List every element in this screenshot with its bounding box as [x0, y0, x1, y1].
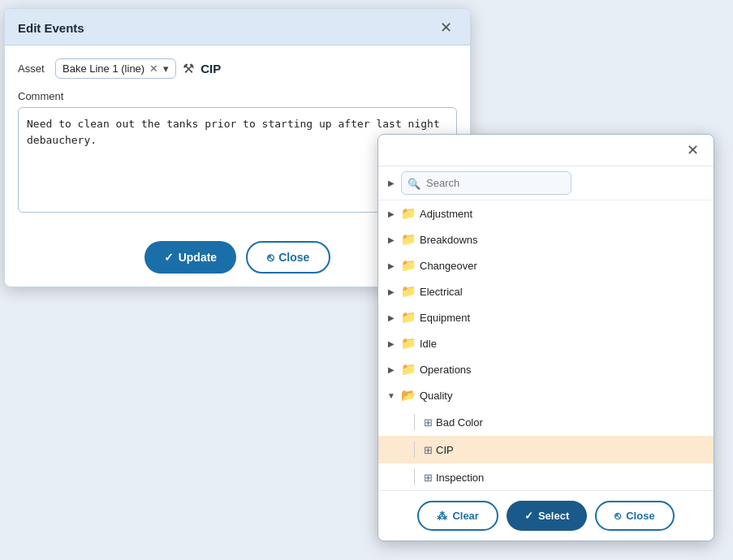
asset-select-box[interactable]: Bake Line 1 (line) ✕ ▾ — [55, 58, 176, 79]
wrench-icon: ⚒ — [183, 61, 194, 76]
cip-node-icon: ⊞ — [424, 444, 433, 456]
close-button[interactable]: ⎋ Close — [246, 241, 330, 274]
changeover-folder-icon: 📁 — [401, 258, 416, 273]
quality-expand-arrow[interactable]: ▼ — [385, 391, 398, 400]
clear-icon: ⁂ — [437, 510, 447, 522]
edit-events-title: Edit Events — [18, 21, 84, 35]
checkmark-icon: ✓ — [164, 251, 174, 264]
inspection-label: Inspection — [436, 472, 484, 484]
tree-item-breakdowns[interactable]: ▶ 📁 Breakdowns — [378, 226, 714, 252]
search-icon: 🔍 — [407, 177, 420, 189]
operations-label: Operations — [420, 364, 472, 376]
cip-connector — [414, 442, 417, 458]
tree-scroll-container: ▶ 🔍 ▶ 📁 Adjustment ▶ 📁 Breakdowns ▶ 📁 — [378, 166, 714, 490]
breakdowns-folder-icon: 📁 — [401, 232, 416, 247]
adjustment-folder-icon: 📁 — [401, 206, 416, 221]
inspection-connector — [414, 469, 417, 485]
search-wrapper: 🔍 — [401, 171, 707, 195]
update-button[interactable]: ✓ Update — [144, 241, 236, 274]
select-button[interactable]: ✓ Select — [507, 501, 587, 531]
quality-folder-icon: 📂 — [401, 388, 416, 403]
changeover-label: Changeover — [420, 260, 477, 272]
tree-item-changeover[interactable]: ▶ 📁 Changeover — [378, 252, 714, 278]
select-check-icon: ✓ — [524, 510, 533, 522]
changeover-expand-arrow[interactable]: ▶ — [385, 261, 398, 270]
edit-events-close-icon[interactable]: ✕ — [435, 19, 457, 37]
breakdowns-label: Breakdowns — [420, 234, 478, 246]
tree-close-icon: ⎋ — [614, 510, 621, 522]
inspection-node-icon: ⊞ — [424, 472, 433, 484]
tree-item-bad-color[interactable]: ▶ ⊞ Bad Color — [378, 408, 714, 436]
tree-item-equipment[interactable]: ▶ 📁 Equipment — [378, 304, 714, 330]
search-input[interactable] — [401, 171, 571, 195]
tree-close-button[interactable]: ⎋ Close — [595, 501, 674, 531]
idle-expand-arrow[interactable]: ▶ — [385, 339, 398, 348]
asset-row: Asset Bake Line 1 (line) ✕ ▾ ⚒ CIP — [18, 58, 457, 79]
tree-body: ▶ 🔍 ▶ 📁 Adjustment ▶ 📁 Breakdowns ▶ 📁 — [378, 166, 714, 490]
operations-expand-arrow[interactable]: ▶ — [385, 365, 398, 374]
equipment-folder-icon: 📁 — [401, 310, 416, 325]
asset-value: Bake Line 1 (line) — [63, 62, 144, 75]
cip-label: CIP — [200, 62, 221, 75]
tree-footer: ⁂ Clear ✓ Select ⎋ Close — [378, 490, 714, 541]
edit-events-header: Edit Events ✕ — [5, 9, 470, 45]
tree-item-quality[interactable]: ▼ 📂 Quality — [378, 382, 714, 408]
electrical-expand-arrow[interactable]: ▶ — [385, 287, 398, 296]
operations-folder-icon: 📁 — [401, 362, 416, 377]
tree-item-operations[interactable]: ▶ 📁 Operations — [378, 356, 714, 382]
electrical-folder-icon: 📁 — [401, 284, 416, 299]
bad-color-connector — [414, 414, 417, 430]
asset-clear-icon[interactable]: ✕ — [149, 62, 158, 75]
quality-label: Quality — [420, 390, 452, 402]
bad-color-node-icon: ⊞ — [424, 416, 433, 429]
tree-item-adjustment[interactable]: ▶ 📁 Adjustment — [378, 200, 714, 226]
cip-label-tree: CIP — [436, 444, 454, 456]
search-expand-arrow[interactable]: ▶ — [385, 179, 398, 187]
tree-item-cip[interactable]: ▶ ⊞ CIP — [378, 436, 714, 463]
adjustment-expand-arrow[interactable]: ▶ — [385, 209, 398, 218]
tree-item-idle[interactable]: ▶ 📁 Idle — [378, 330, 714, 356]
breakdowns-expand-arrow[interactable]: ▶ — [385, 235, 398, 244]
comment-label: Comment — [18, 90, 457, 102]
tree-picker-close-icon[interactable]: ✕ — [682, 141, 704, 159]
bad-color-label: Bad Color — [436, 416, 483, 429]
clear-button[interactable]: ⁂ Clear — [417, 501, 498, 531]
idle-folder-icon: 📁 — [401, 336, 416, 351]
idle-label: Idle — [420, 338, 437, 350]
asset-label: Asset — [18, 62, 49, 75]
tree-item-electrical[interactable]: ▶ 📁 Electrical — [378, 278, 714, 304]
exit-icon: ⎋ — [267, 251, 274, 264]
asset-chevron-icon[interactable]: ▾ — [163, 62, 169, 75]
adjustment-label: Adjustment — [420, 208, 472, 220]
tree-picker-header: ✕ — [378, 135, 714, 166]
tree-picker-dialog: ✕ ▶ 🔍 ▶ 📁 Adjustment ▶ 📁 Breakdowns — [377, 134, 714, 541]
tree-item-inspection[interactable]: ▶ ⊞ Inspection — [378, 463, 714, 490]
search-row: ▶ 🔍 — [378, 166, 714, 200]
equipment-expand-arrow[interactable]: ▶ — [385, 313, 398, 322]
equipment-label: Equipment — [420, 312, 470, 324]
electrical-label: Electrical — [420, 286, 463, 298]
